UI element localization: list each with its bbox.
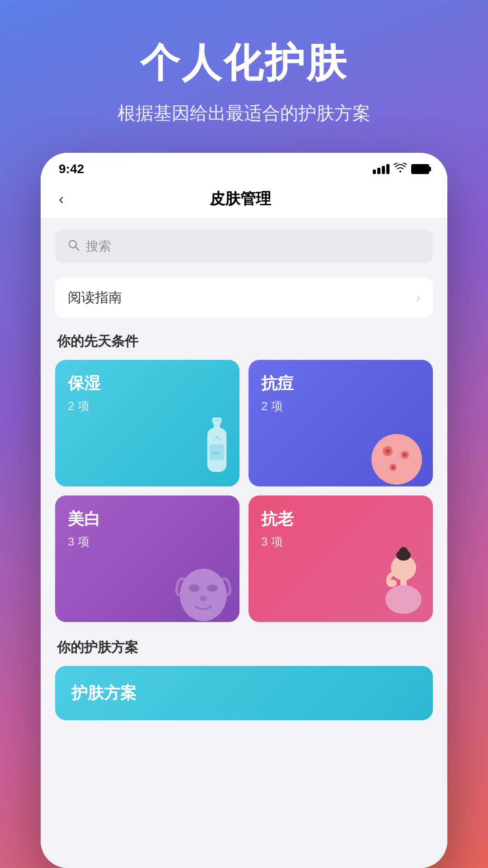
plan-card[interactable]: 护肤方案 (55, 666, 433, 720)
innate-conditions-heading: 你的先天条件 (55, 332, 433, 351)
cards-grid: 保湿 2 项 water (55, 360, 433, 622)
svg-rect-2 (212, 417, 221, 424)
card-whitening[interactable]: 美白 3 项 (55, 495, 239, 622)
skincare-plan-heading: 你的护肤方案 (55, 638, 433, 657)
status-time: 9:42 (59, 162, 84, 176)
card-anti-aging[interactable]: 抗老 3 项 (249, 495, 433, 622)
wifi-icon (394, 163, 407, 175)
skincare-plan-section: 你的护肤方案 护肤方案 (55, 638, 433, 720)
bottle-illustration: water (199, 414, 235, 486)
card-count-acne: 2 项 (261, 398, 420, 414)
card-acne[interactable]: 抗痘 2 项 (249, 360, 433, 486)
guide-label: 阅读指南 (68, 288, 122, 307)
svg-rect-3 (214, 423, 220, 429)
mask-illustration (172, 550, 235, 622)
svg-text:water: water (211, 451, 221, 455)
guide-chevron-icon: › (416, 291, 420, 305)
page-title: 皮肤管理 (69, 189, 411, 209)
svg-point-23 (399, 547, 408, 556)
person-illustration (365, 545, 428, 622)
svg-point-8 (213, 439, 215, 441)
plan-card-title: 护肤方案 (71, 682, 136, 704)
svg-point-25 (385, 585, 422, 614)
status-bar: 9:42 (41, 153, 447, 181)
search-bar[interactable]: 搜索 (55, 230, 433, 263)
phone-mockup: 9:42 ‹ 皮肤管理 (41, 153, 447, 868)
card-moisturize[interactable]: 保湿 2 项 water (55, 360, 239, 486)
card-title-acne: 抗痘 (261, 373, 420, 395)
search-icon (68, 239, 80, 254)
battery-icon (411, 164, 429, 174)
svg-point-10 (371, 434, 422, 485)
svg-point-19 (207, 585, 218, 592)
hero-title: 个人化护肤 (140, 36, 348, 90)
card-title-moisturize: 保湿 (68, 373, 227, 395)
status-icons (373, 163, 429, 175)
svg-point-18 (189, 585, 200, 592)
signal-icon (373, 164, 389, 174)
back-button[interactable]: ‹ (59, 188, 69, 209)
svg-point-7 (216, 436, 218, 439)
card-title-anti-aging: 抗老 (261, 508, 420, 530)
guide-section-row[interactable]: 阅读指南 › (55, 278, 433, 318)
svg-point-14 (385, 449, 390, 453)
svg-point-20 (200, 596, 207, 601)
svg-point-9 (219, 438, 221, 440)
card-title-whitening: 美白 (68, 508, 227, 530)
card-count-whitening: 3 项 (68, 534, 227, 550)
pimple-illustration (365, 414, 428, 486)
hero-subtitle: 根据基因给出最适合的护肤方案 (117, 101, 371, 126)
card-count-moisturize: 2 项 (68, 398, 227, 414)
nav-bar: ‹ 皮肤管理 (41, 181, 447, 219)
hero-section: 个人化护肤 根据基因给出最适合的护肤方案 (0, 0, 488, 153)
svg-point-17 (180, 569, 227, 621)
search-placeholder: 搜索 (86, 238, 111, 255)
svg-point-26 (388, 580, 397, 587)
svg-point-16 (392, 466, 395, 469)
svg-line-1 (75, 247, 79, 250)
svg-point-15 (403, 453, 407, 457)
content-area: 搜索 阅读指南 › 你的先天条件 保湿 2 项 (41, 219, 447, 868)
